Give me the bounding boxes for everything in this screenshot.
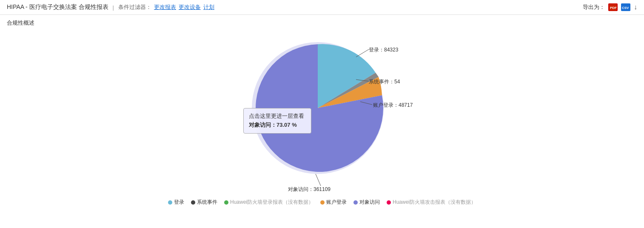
change-device-link[interactable]: 更改设备 [179, 3, 201, 11]
label-login: 登录：84323 [369, 46, 398, 54]
export-csv-icon[interactable]: CSV [621, 3, 630, 11]
main-content: 登录：84323 系统事件：54 账户登录：48717 对象访问：361109 … [0, 29, 644, 210]
label-object-access: 对象访问：361109 [288, 186, 331, 193]
page-title: HIPAA - 医疗电子交换法案 合规性报表 [7, 3, 108, 11]
export-pdf-icon[interactable]: PDF [608, 3, 618, 11]
label-account-login: 账户登录：48717 [373, 102, 413, 109]
legend-item: Huawei防火墙登录报表（没有数据） [224, 199, 313, 206]
legend-item: 账户登录 [320, 199, 347, 206]
header: HIPAA - 医疗电子交换法案 合规性报表 | 条件过滤器： 更改报表 更改设… [0, 0, 644, 15]
legend-dot [320, 200, 325, 205]
pie-chart[interactable] [237, 38, 399, 182]
legend-item: 系统事件 [191, 199, 217, 206]
header-separator: | [113, 4, 114, 11]
svg-text:PDF: PDF [610, 6, 617, 10]
legend-item: 登录 [168, 199, 184, 206]
legend-label: Huawei防火墙登录报表（没有数据） [230, 199, 313, 206]
legend-item: 对象访问 [353, 199, 380, 206]
download-icon[interactable]: ↓ [634, 3, 637, 11]
header-right: 导出为： PDF CSV ↓ [583, 3, 637, 11]
label-system-event: 系统事件：54 [369, 78, 400, 86]
section-title: 合规性概述 [0, 15, 644, 29]
legend-label: Huawei防火墙攻击报表（没有数据） [393, 199, 476, 206]
legend: 登录系统事件Huawei防火墙登录报表（没有数据）账户登录对象访问Huawei防… [168, 195, 476, 206]
legend-dot [191, 200, 195, 205]
legend-dot [168, 200, 172, 205]
legend-label: 登录 [174, 199, 184, 206]
legend-label: 对象访问 [359, 199, 380, 206]
filter-label: 条件过滤器： [118, 3, 151, 11]
legend-label: 账户登录 [326, 199, 347, 206]
change-report-link[interactable]: 更改报表 [154, 3, 176, 11]
header-left: HIPAA - 医疗电子交换法案 合规性报表 | 条件过滤器： 更改报表 更改设… [7, 3, 214, 11]
legend-dot [224, 200, 228, 205]
schedule-link[interactable]: 计划 [203, 3, 214, 11]
legend-dot [353, 200, 358, 205]
export-label: 导出为： [583, 3, 605, 11]
legend-item: Huawei防火墙攻击报表（没有数据） [387, 199, 476, 206]
legend-label: 系统事件 [197, 199, 217, 206]
svg-text:CSV: CSV [622, 6, 629, 10]
chart-area: 登录：84323 系统事件：54 账户登录：48717 对象访问：361109 … [160, 34, 484, 195]
legend-dot [387, 200, 391, 205]
